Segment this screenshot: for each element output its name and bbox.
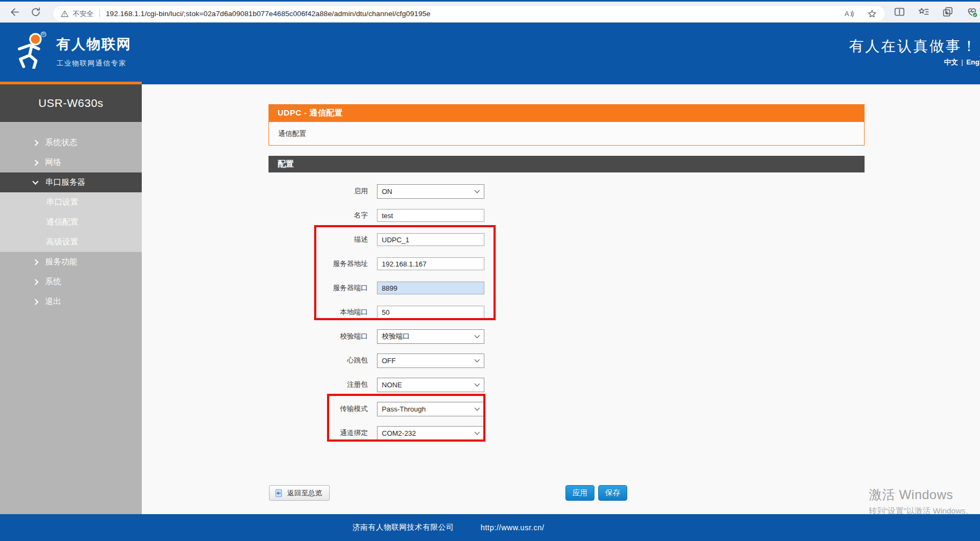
brand-logo: R 有人物联网 工业物联网通信专家 — [14, 31, 132, 69]
favorites-bar-icon[interactable] — [918, 6, 930, 18]
sidebar-item-label: 串口服务器 — [45, 177, 85, 187]
form-row: 服务器端口8899 — [142, 281, 625, 295]
browser-essentials-icon[interactable] — [966, 6, 978, 18]
back-overview-icon — [274, 489, 283, 497]
field-select[interactable]: NONE — [377, 378, 484, 392]
chevron-right-icon — [32, 259, 38, 265]
field-select[interactable]: OFF — [377, 354, 484, 368]
panel-title: UDPC - 通信配置 — [268, 104, 865, 122]
lang-separator: | — [961, 58, 963, 66]
device-model: USR-W630s — [0, 84, 142, 122]
sidebar-item[interactable]: 服务功能 — [0, 252, 142, 272]
field-label: 心跳包 — [142, 356, 368, 365]
back-icon[interactable] — [9, 6, 21, 18]
form-row: 名字test — [142, 208, 625, 222]
favorite-star-icon[interactable] — [867, 9, 877, 19]
chevron-down-icon — [32, 178, 38, 184]
field-select[interactable]: 校验端口 — [377, 329, 484, 344]
chevron-right-icon — [32, 160, 38, 165]
address-bar[interactable]: 不安全 192.168.1.1/cgi-bin/luci/;stok=02a7d… — [53, 6, 885, 21]
config-panel: UDPC - 通信配置 通信配置 — [268, 104, 865, 146]
field-label: 启用 — [142, 186, 368, 196]
sidebar-item-label: 退出 — [45, 297, 61, 307]
sidebar-subitem[interactable]: 串口设置 — [0, 192, 142, 212]
form-row: 服务器地址192.168.1.167 — [142, 257, 625, 271]
panel-subtitle: 通信配置 — [268, 122, 865, 146]
chevron-down-icon — [475, 187, 480, 193]
back-to-overview-button[interactable]: 返回至总览 — [269, 485, 330, 501]
field-select[interactable]: ON — [377, 184, 484, 199]
form-row: 通道绑定COM2-232 — [142, 426, 625, 440]
field-label: 传输模式 — [142, 404, 368, 414]
lang-zh-link[interactable]: 中文 — [944, 58, 958, 66]
chevron-right-icon — [32, 279, 38, 285]
field-input[interactable]: 192.168.1.167 — [377, 257, 484, 270]
field-label: 服务器地址 — [142, 259, 368, 269]
field-select-value: Pass-Through — [382, 405, 426, 413]
sidebar-item-label: 系统 — [45, 277, 61, 287]
footer: 济南有人物联网技术有限公司 http://www.usr.cn/ — [0, 514, 980, 541]
url-divider — [99, 10, 100, 18]
sidebar-item[interactable]: 网络 — [0, 153, 142, 172]
field-select-value: ON — [382, 187, 393, 196]
apply-button[interactable]: 应用 — [565, 485, 594, 501]
section-title: 配置 — [268, 156, 865, 172]
split-screen-icon[interactable] — [894, 6, 905, 18]
sidebar-submenu: 串口设置通信配置高级设置 — [0, 192, 142, 252]
field-input[interactable]: 50 — [377, 306, 484, 319]
sidebar-item[interactable]: 串口服务器 — [0, 172, 142, 192]
footer-website-link[interactable]: http://www.usr.cn/ — [481, 523, 545, 532]
sidebar-item[interactable]: 系统状态 — [0, 133, 142, 153]
form-row: 传输模式Pass-Through — [142, 402, 625, 416]
field-select-value: NONE — [382, 381, 402, 389]
form-row: 描述UDPC_1 — [142, 233, 625, 247]
chevron-right-icon — [32, 299, 38, 305]
field-label: 注册包 — [142, 380, 368, 389]
svg-text:A: A — [845, 10, 850, 18]
browser-toolbar: 不安全 192.168.1.1/cgi-bin/luci/;stok=02a7d… — [0, 2, 980, 23]
field-input[interactable]: 8899 — [377, 282, 484, 294]
read-aloud-icon[interactable]: A — [844, 9, 854, 19]
sidebar-item-label: 网络 — [45, 157, 61, 168]
refresh-icon[interactable] — [30, 6, 42, 18]
sidebar-accent-line — [0, 82, 142, 84]
sidebar-menu: 系统状态网络串口服务器串口设置通信配置高级设置服务功能系统退出 — [0, 122, 142, 312]
sidebar-subitem[interactable]: 高级设置 — [0, 232, 142, 252]
chevron-down-icon — [475, 381, 480, 386]
language-switch: 中文|English — [944, 57, 980, 67]
url-text[interactable]: 192.168.1.1/cgi-bin/luci/;stok=02a7d6a09… — [106, 10, 431, 18]
brand-name: 有人物联网 — [56, 35, 132, 54]
action-buttons: 应用 保存 — [565, 485, 627, 501]
site-header: R 有人物联网 工业物联网通信专家 有人在认真做事！ 中文|English — [0, 23, 980, 84]
field-label: 校验端口 — [142, 331, 368, 341]
config-form: 启用ON名字test描述UDPC_1服务器地址192.168.1.167服务器端… — [142, 184, 625, 450]
form-row: 校验端口校验端口 — [142, 329, 625, 343]
windows-activation-watermark: 激活 Windows 转到“设置”以激活 Windows。 — [869, 486, 974, 516]
header-slogan: 有人在认真做事！ — [849, 37, 978, 56]
collections-icon[interactable] — [942, 6, 954, 18]
brand-tagline: 工业物联网通信专家 — [56, 59, 132, 68]
chevron-right-icon — [32, 140, 38, 146]
field-input[interactable]: UDPC_1 — [377, 233, 484, 246]
screen: 不安全 192.168.1.1/cgi-bin/luci/;stok=02a7d… — [0, 0, 980, 541]
sidebar-item[interactable]: 系统 — [0, 272, 142, 292]
field-select-value: 校验端口 — [382, 331, 410, 341]
form-row: 注册包NONE — [142, 378, 625, 392]
sidebar-item[interactable]: 退出 — [0, 292, 142, 312]
back-to-overview-label: 返回至总览 — [287, 488, 322, 498]
watermark-line1: 激活 Windows — [869, 486, 974, 503]
form-row: 心跳包OFF — [142, 354, 625, 367]
sidebar-subitem[interactable]: 通信配置 — [0, 212, 142, 232]
field-label: 本地端口 — [142, 307, 368, 317]
save-button[interactable]: 保存 — [598, 485, 627, 501]
window-top-strip — [0, 0, 980, 2]
svg-text:R: R — [42, 32, 45, 36]
field-select[interactable]: COM2-232 — [377, 426, 484, 441]
field-select[interactable]: Pass-Through — [377, 402, 484, 416]
sidebar-item-label: 系统状态 — [45, 138, 77, 148]
footer-company: 济南有人物联网技术有限公司 — [352, 523, 454, 532]
chevron-down-icon — [475, 357, 480, 362]
lang-en-link[interactable]: English — [966, 58, 980, 66]
field-input[interactable]: test — [377, 209, 484, 222]
security-chip[interactable]: 不安全 — [61, 9, 93, 19]
